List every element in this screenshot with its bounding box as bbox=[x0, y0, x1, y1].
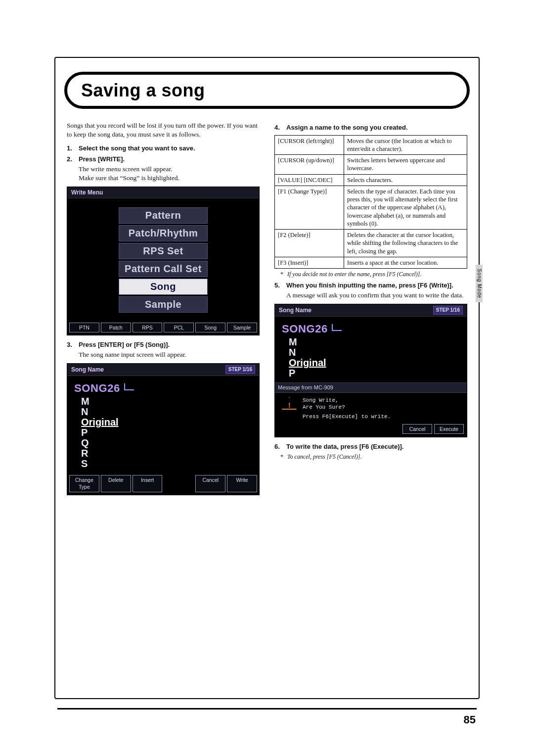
song-name-2-current-text: SONG26 bbox=[282, 322, 328, 336]
title-block: Saving a song bbox=[64, 72, 470, 109]
song-name-fkey[interactable]: Cancel bbox=[195, 475, 225, 492]
song-name-1-char-list: MNOriginalPQRS bbox=[81, 396, 252, 469]
table-key: [F2 (Delete)] bbox=[275, 230, 344, 257]
note-cancel-name-text: If you decide not to enter the name, pre… bbox=[287, 270, 422, 278]
write-menu-fkey[interactable]: Patch bbox=[101, 323, 131, 332]
step-6-num: 6. bbox=[274, 442, 282, 451]
step-3: 3. Press [ENTER] or [F5 (Song)]. bbox=[67, 340, 260, 349]
table-value: Deletes the character at the cursor loca… bbox=[344, 230, 467, 257]
step-1-text: Select the song that you want to save. bbox=[79, 144, 195, 153]
char-option[interactable]: P bbox=[81, 427, 252, 438]
step-1-num: 1. bbox=[67, 144, 75, 153]
write-menu-fkey[interactable]: Sample bbox=[227, 323, 257, 332]
table-row: [CURSOR (up/down)]Switches letters betwe… bbox=[275, 155, 467, 175]
intro-text: Songs that you record will be lost if yo… bbox=[67, 121, 260, 139]
write-menu-item[interactable]: Song bbox=[119, 279, 208, 295]
write-menu-item[interactable]: Pattern Call Set bbox=[119, 261, 208, 277]
char-option[interactable]: Q bbox=[81, 438, 252, 448]
page-number: 85 bbox=[464, 713, 476, 726]
song-name-fkey[interactable]: Change Type bbox=[69, 475, 99, 492]
char-option[interactable]: P bbox=[289, 368, 460, 378]
step-1: 1. Select the song that you want to save… bbox=[67, 144, 260, 153]
char-option[interactable]: N bbox=[289, 347, 460, 358]
char-option[interactable]: Original bbox=[81, 417, 252, 427]
char-option[interactable]: S bbox=[81, 459, 252, 469]
bottom-rule bbox=[57, 708, 477, 709]
write-menu-buttons: PTNPatchRPSPCLSongSample bbox=[67, 321, 259, 335]
char-option[interactable]: M bbox=[81, 396, 252, 407]
asterisk-icon: * bbox=[280, 453, 283, 461]
song-name-1-step: STEP 1/16 bbox=[225, 365, 255, 374]
write-menu-item[interactable]: RPS Set bbox=[119, 243, 208, 259]
step-2: 2. Press [WRITE]. bbox=[67, 155, 260, 164]
step-3-text: Press [ENTER] or [F5 (Song)]. bbox=[79, 340, 170, 349]
table-key: [CURSOR (up/down)] bbox=[275, 155, 344, 175]
song-name-2-char-list: MNOriginalP bbox=[289, 337, 460, 378]
write-menu-fkey[interactable]: RPS bbox=[133, 323, 163, 332]
confirm-fkey[interactable]: Execute bbox=[434, 424, 464, 434]
table-row: [F2 (Delete)]Deletes the character at th… bbox=[275, 230, 467, 257]
step-4-num: 4. bbox=[274, 123, 282, 132]
table-value: Moves the cursor (the location at which … bbox=[344, 135, 467, 155]
write-menu-fkey[interactable]: Song bbox=[195, 323, 225, 332]
song-name-1-current-text: SONG26 bbox=[74, 381, 120, 396]
song-name-1-buttons: Change TypeDeleteInsertCancelWrite bbox=[67, 473, 259, 494]
step-4: 4. Assign a name to the song you created… bbox=[274, 123, 467, 132]
note-cancel-name: * If you decide not to enter the name, p… bbox=[280, 270, 467, 278]
song-name-2-buttons: CancelExecute bbox=[275, 422, 467, 437]
step-3-num: 3. bbox=[67, 340, 75, 349]
song-name-1-body: SONG26 MNOriginalPQRS bbox=[67, 376, 259, 473]
confirm-line-2: Are You Sure? bbox=[303, 404, 391, 411]
song-name-2-body: SONG26 MNOriginalP bbox=[275, 317, 467, 383]
step-5-text: When you finish inputting the name, pres… bbox=[286, 281, 453, 290]
song-name-2-step: STEP 1/16 bbox=[433, 306, 463, 315]
write-menu-item[interactable]: Sample bbox=[119, 296, 208, 313]
right-column: 4. Assign a name to the song you created… bbox=[274, 121, 467, 682]
song-name-2-current: SONG26 bbox=[282, 322, 460, 336]
step-2-num: 2. bbox=[67, 155, 75, 164]
warning-icon bbox=[282, 397, 297, 410]
step-5-num: 5. bbox=[274, 281, 282, 290]
side-tab: Song Mode bbox=[476, 265, 483, 302]
song-name-screenshot-2: Song Name STEP 1/16 SONG26 MNOriginalP M… bbox=[274, 304, 467, 437]
message-bar: Message from MC-909 bbox=[275, 382, 467, 393]
write-menu-body: PatternPatch/RhythmRPS SetPattern Call S… bbox=[67, 198, 259, 321]
return-icon bbox=[124, 383, 134, 390]
step-3-sub1: The song name input screen will appear. bbox=[79, 350, 260, 359]
page-title: Saving a song bbox=[81, 80, 205, 101]
write-menu-item[interactable]: Patch/Rhythm bbox=[119, 225, 208, 241]
write-menu-title: Write Menu bbox=[67, 187, 259, 198]
write-menu-fkey[interactable]: PTN bbox=[69, 323, 99, 332]
table-value: Switches letters between uppercase and l… bbox=[344, 155, 467, 175]
write-menu-item[interactable]: Pattern bbox=[119, 207, 208, 224]
step-6-text: To write the data, press [F6 (Execute)]. bbox=[286, 442, 403, 451]
song-name-2-title-text: Song Name bbox=[279, 306, 312, 314]
table-key: [CURSOR (left/right)] bbox=[275, 135, 344, 155]
reference-table: [CURSOR (left/right)]Moves the cursor (t… bbox=[274, 135, 467, 269]
song-name-fkey[interactable]: Delete bbox=[101, 475, 131, 492]
char-option[interactable]: Original bbox=[289, 358, 460, 368]
table-row: [CURSOR (left/right)]Moves the cursor (t… bbox=[275, 135, 467, 155]
step-6: 6. To write the data, press [F6 (Execute… bbox=[274, 442, 467, 451]
song-name-1-current: SONG26 bbox=[74, 381, 252, 396]
song-name-fkey[interactable]: Insert bbox=[133, 475, 163, 492]
table-value: Inserts a space at the cursor location. bbox=[344, 257, 467, 268]
table-key: [F1 (Change Type)] bbox=[275, 186, 344, 229]
song-name-fkey[interactable]: Write bbox=[227, 475, 257, 492]
song-name-1-title-text: Song Name bbox=[71, 366, 104, 374]
char-option[interactable]: N bbox=[81, 407, 252, 417]
char-option[interactable]: M bbox=[289, 337, 460, 347]
step-5-sub1: A message will ask you to confirm that y… bbox=[286, 291, 467, 300]
table-row: [VALUE] [INC/DEC]Selects characters. bbox=[275, 174, 467, 186]
confirm-line-1: Song Write, bbox=[303, 397, 391, 404]
table-value: Selects characters. bbox=[344, 174, 467, 186]
char-option[interactable]: R bbox=[81, 448, 252, 459]
step-5: 5. When you finish inputting the name, p… bbox=[274, 281, 467, 290]
confirm-fkey[interactable]: Cancel bbox=[402, 424, 432, 434]
left-column: Songs that you record will be lost if yo… bbox=[67, 121, 260, 682]
note-cancel-write: * To cancel, press [F5 (Cancel)]. bbox=[280, 453, 467, 461]
table-key: [VALUE] [INC/DEC] bbox=[275, 174, 344, 186]
write-menu-fkey[interactable]: PCL bbox=[164, 323, 194, 332]
write-menu-screenshot: Write Menu PatternPatch/RhythmRPS SetPat… bbox=[67, 187, 260, 335]
song-name-2-title: Song Name STEP 1/16 bbox=[275, 304, 467, 317]
